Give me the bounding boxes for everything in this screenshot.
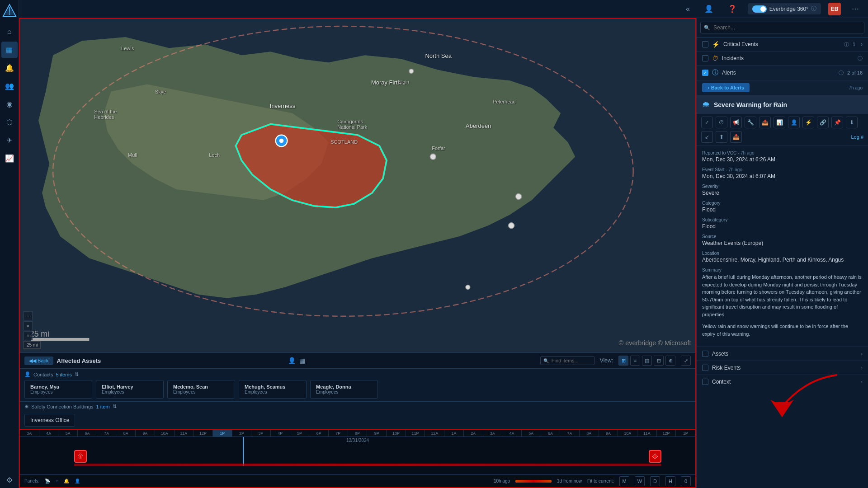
assets-checkbox[interactable]: [702, 351, 708, 357]
contact-card-meagle[interactable]: Meagle, Donna Employees: [310, 380, 378, 399]
action-clock-btn[interactable]: ⏱: [716, 117, 727, 128]
view-detail-btn[interactable]: ▤: [642, 356, 652, 366]
user-button[interactable]: 👤: [701, 3, 717, 15]
filter-item-alerts[interactable]: ✓ ⓘ Alerts ⓘ 2 of 16: [697, 66, 868, 80]
filter-item-critical-events[interactable]: ⚡ Critical Events ⓘ 1 ›: [697, 38, 868, 52]
event-start-label: Event Start - 7h ago: [702, 167, 863, 172]
fit-w-btn[interactable]: W: [635, 476, 645, 486]
nav-item-analytics[interactable]: 📈: [1, 150, 18, 166]
timeline-marker-2[interactable]: !: [649, 450, 661, 463]
panels-label: Panels:: [24, 479, 39, 483]
timeline-marker-1[interactable]: !: [74, 450, 87, 463]
more-button[interactable]: ⋯: [848, 3, 863, 15]
tick-9a-2: 9A: [599, 430, 618, 436]
contacts-sort-icon[interactable]: ⇅: [75, 371, 79, 377]
future-label: 1d from now: [557, 479, 582, 483]
building-name: Inverness Office: [30, 417, 69, 423]
action-down-btn[interactable]: ↙: [701, 131, 713, 143]
help-button[interactable]: ❓: [724, 3, 741, 15]
action-person-btn[interactable]: 👤: [788, 117, 800, 128]
risk-events-checkbox[interactable]: [702, 365, 708, 371]
action-export-btn[interactable]: 📤: [759, 117, 771, 128]
critical-events-checkbox[interactable]: [702, 41, 708, 47]
action-up-btn[interactable]: ⬆: [716, 131, 727, 143]
incidents-info[interactable]: ⓘ: [858, 55, 863, 62]
nav-item-alerts[interactable]: 🔔: [1, 60, 18, 76]
tick-3a: 3A: [20, 430, 39, 436]
nav-item-contacts[interactable]: 👥: [1, 78, 18, 94]
user-avatar[interactable]: EB: [828, 3, 841, 15]
tick-12p: 12P: [193, 430, 213, 436]
panel-feed-icon[interactable]: 📡: [45, 479, 50, 483]
action-megaphone-btn[interactable]: 📢: [730, 117, 742, 128]
everbridge-toggle[interactable]: Everbridge 360° ⓘ: [748, 3, 821, 14]
view-grid-btn[interactable]: ⊞: [618, 356, 628, 366]
view-map-btn[interactable]: ⊕: [665, 356, 675, 366]
fit-h-btn[interactable]: H: [665, 476, 675, 486]
category-row: Category Flood: [702, 201, 863, 213]
nav-item-settings[interactable]: ⚙: [1, 472, 18, 488]
view-list-btn[interactable]: ≡: [630, 356, 640, 366]
contact-card-barney[interactable]: Barney, Mya Employees: [24, 380, 92, 399]
assets-expand-arrow: ›: [861, 351, 863, 357]
nav-item-travel[interactable]: ✈: [1, 132, 18, 148]
search-input[interactable]: [700, 22, 864, 33]
alerts-info[interactable]: ⓘ: [839, 70, 844, 76]
zoom-dot-btn[interactable]: •: [24, 321, 33, 330]
filter-assets[interactable]: Assets ›: [697, 347, 868, 361]
expand-panel-btn[interactable]: ⤢: [681, 356, 691, 366]
panel-person-icon[interactable]: 👤: [75, 479, 80, 483]
panel-alert-icon[interactable]: 🔔: [64, 479, 69, 483]
action-bolt-btn[interactable]: ⚡: [802, 117, 814, 128]
nav-item-incidents[interactable]: ⬡: [1, 114, 18, 130]
nav-item-home[interactable]: ⌂: [1, 23, 18, 40]
buildings-sort-icon[interactable]: ⇅: [113, 404, 117, 409]
alerts-checkbox[interactable]: ✓: [702, 70, 708, 76]
assets-back-button[interactable]: ◀ ◀ Back: [24, 357, 53, 365]
tick-2a-2: 2A: [464, 430, 483, 436]
log-button[interactable]: Log #: [851, 134, 863, 140]
action-chart-btn[interactable]: 📊: [774, 117, 785, 128]
fit-0-btn[interactable]: 0: [681, 476, 691, 486]
contact-card-elliot[interactable]: Elliot, Harvey Employees: [96, 380, 164, 399]
contact-card-mcdemo[interactable]: Mcdemo, Sean Employees: [167, 380, 235, 399]
action-link-btn[interactable]: 🔗: [817, 117, 829, 128]
timeline-body[interactable]: 12/31/2024 !: [20, 437, 695, 466]
incidents-checkbox[interactable]: [702, 55, 708, 61]
contact-role: Employees: [102, 389, 158, 394]
app-logo[interactable]: [2, 4, 17, 18]
action-wrench-btn[interactable]: 🔧: [745, 117, 756, 128]
fit-m-btn[interactable]: M: [619, 476, 629, 486]
building-card-inverness[interactable]: Inverness Office: [24, 414, 75, 427]
contact-role: Employees: [30, 389, 86, 394]
zoom-plus-btn[interactable]: +: [24, 331, 33, 340]
timeline-playhead[interactable]: [243, 437, 244, 466]
contacts-count: 5 items: [56, 372, 71, 377]
panel-list-icon[interactable]: ≡: [56, 479, 58, 483]
filter-item-incidents[interactable]: ⏱ Incidents ⓘ: [697, 52, 868, 66]
action-download-btn[interactable]: 📥: [730, 131, 742, 143]
context-checkbox[interactable]: [702, 379, 708, 385]
search-icon: 🔍: [704, 25, 710, 31]
tick-5a-2: 5A: [522, 430, 541, 436]
warning-row: Yellow rain and snow warnings will conti…: [702, 323, 863, 338]
critical-events-info[interactable]: ⓘ: [844, 41, 849, 48]
view-table-btn[interactable]: ⊟: [654, 356, 664, 366]
collapse-button[interactable]: «: [682, 3, 693, 15]
alerts-label: Alerts: [722, 70, 835, 76]
nav-item-map[interactable]: ◉: [1, 96, 18, 112]
toggle-info-icon: ⓘ: [811, 5, 816, 13]
critical-events-icon: ⚡: [712, 41, 720, 48]
action-filter-btn[interactable]: ⬇: [846, 117, 858, 128]
fit-d-btn[interactable]: D: [650, 476, 660, 486]
action-pin-btn[interactable]: 📌: [831, 117, 843, 128]
zoom-minus-btn[interactable]: −: [24, 311, 33, 320]
toggle-switch[interactable]: [752, 5, 767, 13]
timeline-header: 3A 4A 5A 6A 7A 8A 9A 10A 11A 12P 1P 2P 3…: [20, 430, 695, 437]
back-to-alerts-button[interactable]: ‹ Back to Alerts: [702, 83, 750, 92]
nav-item-dashboard[interactable]: ▦: [1, 42, 18, 58]
action-check-btn[interactable]: ✓: [701, 117, 713, 128]
contact-card-mchugh[interactable]: Mchugh, Seamus Employees: [239, 380, 307, 399]
critical-events-expand: ›: [861, 41, 863, 47]
map-container[interactable]: 25 mi © everbridge © Microsoft North Sea…: [20, 19, 695, 352]
